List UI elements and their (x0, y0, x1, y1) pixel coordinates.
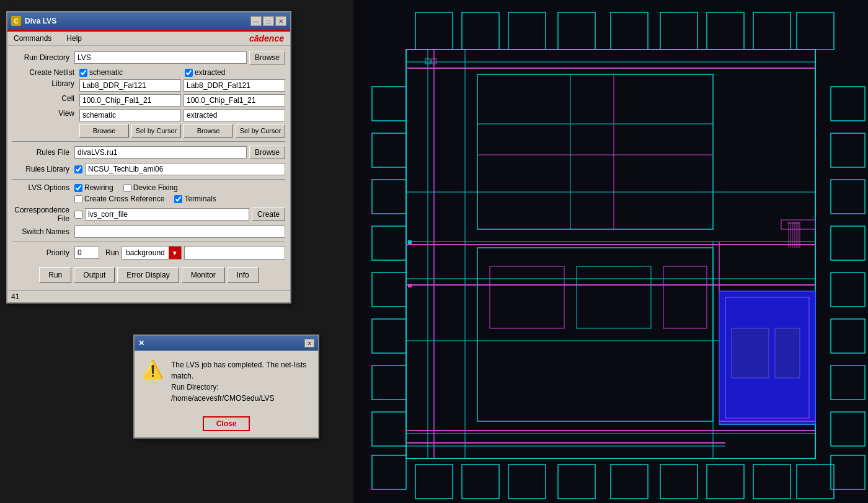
dialog-warning-icon: ⚠️ (142, 359, 164, 380)
rewiring-checkbox[interactable] (74, 184, 82, 192)
run-extra-input[interactable] (184, 246, 285, 260)
lvs-options-row1: LVS Options Rewiring Device Fixing (12, 183, 285, 192)
svg-rect-58 (775, 328, 800, 378)
dialog-message: The LVS job has completed. The net-lists… (171, 359, 311, 404)
schematic-checkbox-label[interactable]: schematic (79, 68, 123, 77)
dialog-titlebar: ✕ ✕ (135, 336, 318, 351)
rules-file-browse[interactable]: Browse (249, 146, 285, 159)
dialog-content: ⚠️ The LVS job has completed. The net-li… (135, 351, 318, 413)
run-directory-input[interactable] (74, 51, 247, 64)
menu-commands[interactable]: Commands (10, 33, 55, 44)
schematic-label: schematic (89, 68, 123, 77)
extracted-checkbox[interactable] (185, 69, 193, 77)
status-line: 41 (11, 292, 19, 301)
priority-label: Priority (12, 248, 74, 257)
rules-library-row: Rules Library (12, 163, 285, 175)
info-button[interactable]: Info (228, 267, 259, 283)
browse-buttons-row: Browse Sel by Cursor Browse Sel by Curso… (12, 124, 285, 138)
sel-cursor-schematic-btn[interactable]: Sel by Cursor (131, 124, 181, 138)
output-button[interactable]: Output (74, 267, 115, 283)
view-label: View (12, 109, 79, 121)
run-button[interactable]: Run (39, 267, 71, 283)
sel-cursor-extracted-btn[interactable]: Sel by Cursor (236, 124, 285, 138)
switch-names-label: Switch Names (12, 227, 74, 236)
cell-label: Cell (12, 94, 79, 107)
rules-library-input[interactable] (85, 163, 285, 175)
app-icon: C (11, 16, 21, 26)
dialog-close-btn[interactable]: ✕ (304, 339, 314, 348)
extracted-label: extracted (195, 68, 225, 77)
create-netlist-label: Create Netlist (12, 68, 74, 77)
run-mode-dropdown[interactable]: background ▼ (122, 246, 182, 260)
schematic-checkbox[interactable] (79, 69, 87, 77)
lvs-options-section: LVS Options Rewiring Device Fixing (12, 183, 285, 203)
create-button[interactable]: Create (252, 208, 285, 221)
view-extracted-input[interactable] (184, 109, 285, 121)
dialog-line2: Run Directory: /home/acevesfr/CMOSedu/LV… (171, 382, 311, 404)
create-netlist-section: Create Netlist schematic extracted (12, 68, 285, 138)
device-fixing-label[interactable]: Device Fixing (123, 183, 178, 192)
correspondence-file-label: Correspondence File (12, 206, 74, 223)
priority-input[interactable] (74, 247, 99, 259)
circuit-diagram (353, 0, 868, 503)
cell-extracted-input[interactable] (184, 94, 285, 107)
browse-schematic-btn[interactable]: Browse (79, 124, 129, 138)
terminals-checkbox[interactable] (174, 195, 182, 203)
svg-rect-57 (732, 328, 769, 378)
run-directory-browse[interactable]: Browse (249, 51, 285, 64)
lvs-options-row2: Create Cross Reference Terminals (12, 195, 285, 203)
library-extracted-input[interactable] (184, 79, 285, 92)
svg-rect-71 (408, 284, 412, 287)
cell-row: Cell (12, 94, 285, 107)
eda-canvas (353, 0, 868, 503)
lvs-options-label: LVS Options (12, 183, 74, 192)
minimize-button[interactable]: — (250, 16, 262, 26)
priority-row: Priority Run background ▼ (12, 246, 285, 260)
rules-file-input[interactable] (74, 146, 247, 159)
rules-file-label: Rules File (12, 148, 74, 157)
lvs-complete-dialog: ✕ ✕ ⚠️ The LVS job has completed. The ne… (133, 335, 319, 439)
monitor-button[interactable]: Monitor (182, 267, 225, 283)
cell-schematic-input[interactable] (79, 94, 181, 107)
error-display-button[interactable]: Error Display (117, 267, 179, 283)
correspondence-file-input[interactable] (85, 208, 249, 221)
create-cross-ref-checkbox[interactable] (74, 195, 82, 203)
view-row: View (12, 109, 285, 121)
extracted-checkbox-label[interactable]: extracted (185, 68, 225, 77)
run-label: Run (105, 248, 119, 257)
rules-library-checkbox[interactable] (74, 165, 82, 173)
window-titlebar: C Diva LVS — □ ✕ (7, 12, 290, 30)
menu-help[interactable]: Help (63, 33, 86, 44)
library-label: Library (12, 79, 79, 92)
device-fixing-checkbox[interactable] (123, 184, 131, 192)
switch-names-row: Switch Names (12, 225, 285, 238)
maximize-button[interactable]: □ (263, 16, 274, 26)
status-bar: 41 (7, 291, 290, 302)
dropdown-arrow[interactable]: ▼ (169, 247, 181, 259)
library-schematic-input[interactable] (79, 79, 181, 92)
cadence-logo: cādence (249, 33, 284, 43)
create-cross-ref-label[interactable]: Create Cross Reference (74, 195, 164, 203)
svg-rect-70 (408, 240, 412, 244)
rules-library-label: Rules Library (12, 165, 74, 173)
dialog-x-icon: ✕ (138, 339, 144, 348)
window-content: Run Directory Browse Create Netlist sche… (7, 46, 290, 291)
rewiring-label[interactable]: Rewiring (74, 183, 113, 192)
browse-extracted-btn[interactable]: Browse (184, 124, 233, 138)
view-schematic-input[interactable] (79, 109, 181, 121)
library-row: Library (12, 79, 285, 92)
dialog-buttons: Close (135, 413, 318, 437)
rules-file-row: Rules File Browse (12, 146, 285, 159)
svg-rect-0 (353, 0, 868, 503)
divider1 (12, 141, 285, 142)
action-buttons: Run Output Error Display Monitor Info (12, 263, 285, 286)
run-directory-row: Run Directory Browse (12, 51, 285, 64)
close-button[interactable]: ✕ (275, 16, 286, 26)
switch-names-input[interactable] (74, 225, 285, 238)
divider3 (12, 242, 285, 242)
terminals-label[interactable]: Terminals (174, 195, 216, 203)
correspondence-file-checkbox[interactable] (74, 211, 82, 219)
window-title: Diva LVS (25, 17, 56, 25)
dialog-close-button[interactable]: Close (203, 416, 250, 431)
menubar: Commands Help cādence (7, 32, 290, 46)
